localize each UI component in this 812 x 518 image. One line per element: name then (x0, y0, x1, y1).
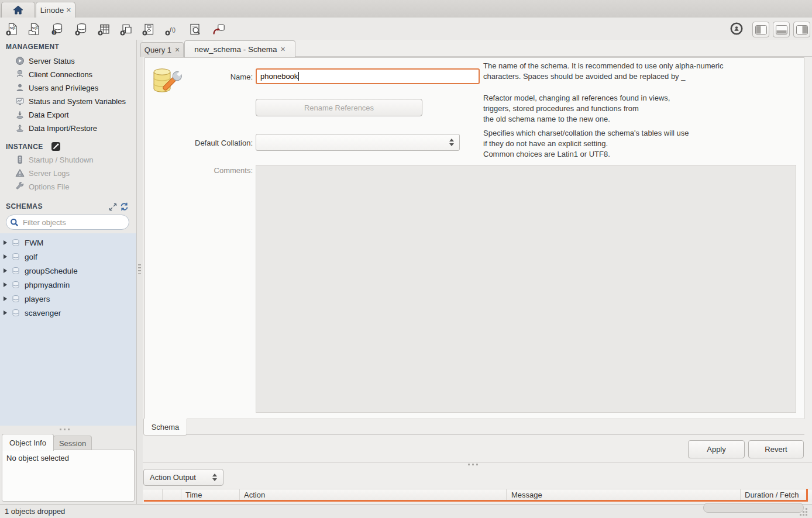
comments-label: Comments: (177, 166, 253, 175)
sidebar-item-data-import[interactable]: Data Import/Restore (15, 122, 135, 134)
sidebar-item-options-file[interactable]: Options File (15, 181, 135, 192)
schema-name: phpmyadmin (25, 281, 70, 289)
import-icon (15, 123, 25, 133)
client-connections-icon (15, 70, 25, 79)
window-resize-grip[interactable] (806, 508, 807, 510)
column-header-time[interactable]: Time (185, 491, 202, 499)
create-schema-icon[interactable] (74, 22, 89, 37)
expander-triangle-icon[interactable] (4, 254, 7, 259)
sidebar-item-label: Server Logs (29, 169, 70, 178)
column-separator[interactable] (506, 489, 507, 500)
column-separator[interactable] (239, 489, 240, 500)
sidebar-item-data-export[interactable]: Data Export (15, 109, 135, 120)
sidebar-item-label: Data Export (29, 110, 69, 119)
open-sql-script-icon[interactable]: SQL (27, 22, 42, 37)
schema-name-input[interactable]: phonebook (256, 68, 480, 84)
sidebar-item-server-status[interactable]: Server Status (15, 55, 135, 67)
drop-indicator-edge (806, 489, 808, 502)
database-info-icon[interactable]: i (50, 22, 65, 37)
search-icon (10, 218, 19, 227)
schema-tree-item-fwm[interactable]: FWM (4, 236, 133, 250)
tab-query-1[interactable]: Query 1 × (140, 42, 184, 57)
schema-tree-item-players[interactable]: players (4, 292, 133, 306)
search-table-data-icon[interactable] (187, 22, 202, 37)
sidebar-item-client-connections[interactable]: Client Connections (15, 68, 135, 80)
apply-button[interactable]: Apply (688, 440, 745, 458)
new-sql-tab-icon[interactable]: SQL (5, 22, 20, 37)
filter-objects-input[interactable] (22, 217, 127, 227)
wrench-icon (15, 182, 25, 191)
schema-icon (11, 281, 20, 289)
sidebar-item-system-variables[interactable]: Status and System Variables (15, 95, 135, 107)
expand-schemas-icon[interactable] (109, 203, 117, 211)
expander-triangle-icon[interactable] (4, 240, 7, 245)
column-header-duration[interactable]: Duration / Fetch (745, 491, 807, 499)
refresh-schemas-icon[interactable] (120, 202, 129, 211)
revert-button[interactable]: Revert (748, 440, 804, 458)
sidebar-item-startup-shutdown[interactable]: Startup / Shutdown (15, 154, 135, 165)
tab-schema-bottom[interactable]: Schema (143, 419, 187, 436)
text-caret (298, 72, 299, 81)
schema-name: groupSchedule (25, 267, 78, 275)
toggle-left-sidebar-button[interactable] (752, 22, 769, 37)
column-header-message[interactable]: Message (511, 491, 542, 499)
schema-tree-item-groupschedule[interactable]: groupSchedule (4, 264, 133, 278)
tab-new-schema[interactable]: new_schema - Schema × (184, 40, 295, 57)
close-icon[interactable]: × (175, 47, 180, 53)
sidebar-splitter-grip[interactable] (60, 429, 61, 430)
column-separator[interactable] (162, 489, 163, 500)
tab-session[interactable]: Session (53, 436, 92, 451)
sidebar-item-label: Server Status (29, 57, 75, 65)
name-label: Name: (177, 72, 253, 81)
tab-new-schema-label: new_schema - Schema (194, 45, 277, 54)
bottom-tabline (186, 434, 804, 435)
reconnect-dbms-icon[interactable] (211, 22, 226, 37)
schema-tree-item-golf[interactable]: golf (4, 250, 133, 264)
create-table-icon[interactable] (97, 22, 112, 37)
toggle-bottom-panel-button[interactable] (773, 22, 790, 37)
home-icon (13, 5, 23, 15)
schema-tree-item-scavenger[interactable]: scavenger (4, 306, 133, 320)
horizontal-scrollbar-thumb[interactable] (703, 503, 804, 513)
tab-schema-bottom-label: Schema (152, 423, 180, 431)
lock-icon[interactable] (729, 21, 744, 36)
column-separator[interactable] (740, 489, 741, 500)
svg-text:SQL: SQL (32, 26, 39, 30)
revert-button-label: Revert (765, 445, 787, 454)
tab-session-label: Session (59, 439, 86, 448)
default-collation-label: Default Collation: (177, 139, 253, 147)
expander-triangle-icon[interactable] (4, 296, 7, 301)
schema-name: golf (25, 253, 37, 261)
close-icon[interactable]: × (280, 46, 285, 52)
create-view-icon[interactable] (119, 22, 134, 37)
expander-triangle-icon[interactable] (4, 268, 7, 273)
schema-icon (11, 295, 20, 303)
toggle-right-sidebar-button[interactable] (793, 22, 810, 37)
close-icon[interactable]: × (66, 7, 71, 13)
output-horizontal-splitter[interactable] (143, 462, 812, 462)
output-splitter-grip[interactable] (468, 464, 470, 465)
vertical-splitter-grip[interactable] (138, 264, 141, 274)
warning-triangle-icon (15, 168, 25, 178)
expander-triangle-icon[interactable] (4, 310, 7, 315)
column-header-action[interactable]: Action (244, 491, 265, 499)
user-icon (15, 83, 25, 92)
create-procedure-icon[interactable] (141, 22, 156, 37)
default-collation-select[interactable] (256, 134, 460, 151)
sidebar-item-server-logs[interactable]: Server Logs (15, 167, 135, 179)
action-output-select[interactable]: Action Output (143, 469, 223, 486)
tab-object-info[interactable]: Object Info (2, 434, 54, 451)
connection-tab[interactable]: Linode × (36, 2, 75, 18)
home-tab[interactable] (1, 2, 35, 18)
instance-section-title: INSTANCE (6, 143, 43, 151)
sidebar-item-users-privileges[interactable]: Users and Privileges (15, 82, 135, 94)
schema-tree-item-phpmyadmin[interactable]: phpmyadmin (4, 278, 133, 292)
server-icon (15, 155, 25, 164)
create-function-icon[interactable]: f() (164, 22, 179, 37)
toggle-bottom-panel-icon (776, 25, 787, 34)
svg-text:i: i (54, 30, 55, 34)
rename-references-button[interactable]: Rename References (256, 99, 422, 116)
expander-triangle-icon[interactable] (4, 282, 7, 287)
comments-textarea (256, 165, 796, 413)
column-separator[interactable] (181, 489, 181, 500)
